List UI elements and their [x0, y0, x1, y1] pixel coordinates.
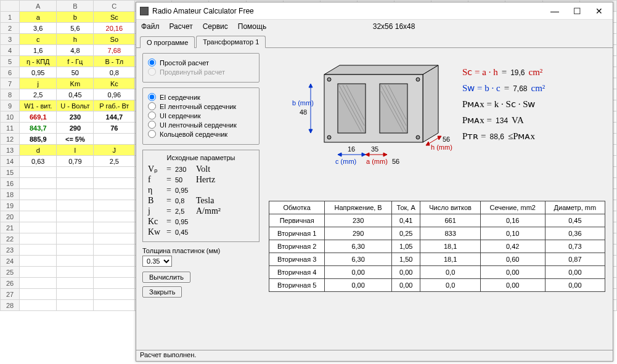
param-val[interactable]: 2,5 — [175, 208, 196, 215]
winding-value[interactable]: 0,0 — [420, 279, 480, 292]
cell[interactable]: I — [57, 145, 94, 156]
menu-calc[interactable]: Расчет — [170, 22, 193, 31]
maximize-button[interactable]: ☐ — [567, 4, 587, 18]
cell[interactable]: 230 — [57, 111, 94, 123]
cell[interactable] — [20, 233, 57, 245]
row-header[interactable]: 8 — [1, 89, 20, 100]
cell[interactable] — [57, 278, 94, 289]
cell[interactable]: d — [20, 145, 57, 156]
row-header[interactable]: 2 — [1, 23, 20, 34]
cell[interactable] — [20, 289, 57, 300]
cell[interactable]: h — [57, 34, 94, 45]
cell[interactable] — [94, 211, 135, 222]
param-val[interactable]: 50 — [175, 176, 196, 184]
winding-value[interactable]: 1,50 — [391, 253, 420, 266]
row-header[interactable]: 26 — [1, 278, 20, 289]
cell[interactable] — [94, 289, 135, 300]
winding-value[interactable]: 0,0 — [420, 266, 480, 279]
cell[interactable]: 885,9 — [20, 134, 57, 145]
cell[interactable] — [57, 211, 94, 222]
radio-ring[interactable]: Кольцевой сердечник — [148, 130, 254, 138]
cell[interactable]: f - Гц — [57, 56, 94, 67]
param-val[interactable]: 0,45 — [175, 229, 196, 236]
cell[interactable]: j — [20, 78, 57, 89]
winding-value[interactable]: 0,00 — [480, 279, 545, 292]
cell[interactable] — [20, 256, 57, 267]
cell[interactable]: 144,7 — [94, 111, 135, 123]
cell[interactable]: W1 - вит. — [20, 100, 57, 111]
cell[interactable] — [94, 245, 135, 256]
cell[interactable]: 20,16 — [94, 23, 135, 34]
winding-value[interactable]: 6,30 — [325, 240, 392, 253]
row-header[interactable]: 4 — [1, 45, 20, 56]
close-button[interactable]: ✕ — [589, 4, 609, 18]
cell[interactable] — [57, 222, 94, 233]
cell[interactable] — [94, 134, 135, 145]
cell[interactable] — [57, 178, 94, 189]
cell[interactable]: 50 — [57, 67, 94, 78]
cell[interactable]: P габ.- Вт — [94, 100, 135, 111]
cell[interactable] — [57, 167, 94, 178]
winding-value[interactable]: 0,60 — [480, 253, 545, 266]
row-header[interactable]: 16 — [1, 178, 20, 189]
tab-transformer1[interactable]: Трансформатор 1 — [196, 36, 266, 48]
menu-file[interactable]: Файл — [141, 22, 160, 31]
cell[interactable]: J — [94, 145, 135, 156]
cell[interactable]: Km — [57, 78, 94, 89]
cell[interactable]: U - Вольт — [57, 100, 94, 111]
cell[interactable] — [57, 300, 94, 311]
cell[interactable]: Kc — [94, 78, 135, 89]
cell[interactable]: 0,45 — [57, 89, 94, 100]
radio-ei-tape[interactable]: EI ленточный сердечник — [148, 102, 254, 110]
winding-value[interactable]: 0,00 — [391, 266, 420, 279]
cell[interactable] — [20, 300, 57, 311]
cell[interactable] — [20, 267, 57, 278]
winding-value[interactable]: 0,25 — [391, 227, 420, 240]
param-val[interactable]: 0,95 — [175, 187, 196, 194]
minimize-button[interactable]: — — [545, 4, 565, 18]
cell[interactable] — [57, 267, 94, 278]
radio-ui[interactable]: UI сердечник — [148, 111, 254, 119]
radio-ei[interactable]: EI сердечник — [148, 93, 254, 101]
cell[interactable] — [94, 300, 135, 311]
row-header[interactable]: 9 — [1, 100, 20, 111]
row-header[interactable]: 24 — [1, 256, 20, 267]
cell[interactable]: 3,6 — [20, 23, 57, 34]
cell[interactable]: 5,6 — [57, 23, 94, 34]
cell[interactable]: 0,95 — [20, 67, 57, 78]
cell[interactable]: Sc — [94, 12, 135, 23]
winding-value[interactable]: 0,42 — [480, 240, 545, 253]
cell[interactable] — [94, 256, 135, 267]
cell[interactable]: a — [20, 12, 57, 23]
row-header[interactable]: 23 — [1, 245, 20, 256]
col-header-B[interactable]: B — [57, 1, 94, 12]
winding-value[interactable]: 18,1 — [420, 253, 480, 266]
row-header[interactable]: 28 — [1, 300, 20, 311]
cell[interactable] — [20, 189, 57, 200]
winding-value[interactable]: 0,00 — [545, 279, 605, 292]
radio-simple[interactable]: Простой расчет — [148, 59, 254, 67]
winding-value[interactable]: 0,10 — [480, 227, 545, 240]
row-header[interactable]: 18 — [1, 189, 20, 200]
cell[interactable] — [57, 256, 94, 267]
param-val[interactable]: 0,8 — [175, 197, 196, 204]
menu-service[interactable]: Сервис — [203, 22, 228, 31]
cell[interactable] — [94, 200, 135, 211]
winding-value[interactable]: 230 — [325, 214, 392, 227]
cell[interactable] — [20, 178, 57, 189]
row-header[interactable]: 14 — [1, 156, 20, 167]
cell[interactable]: 290 — [57, 123, 94, 134]
winding-value[interactable]: 290 — [325, 227, 392, 240]
cell[interactable]: 0,8 — [94, 67, 135, 78]
cell[interactable] — [94, 233, 135, 245]
calculate-button[interactable]: Вычислить — [142, 272, 190, 283]
cell[interactable]: 0,96 — [94, 89, 135, 100]
row-header[interactable]: 11 — [1, 123, 20, 134]
cell[interactable]: <= 5% — [57, 134, 94, 145]
cell[interactable]: 76 — [94, 123, 135, 134]
cell[interactable]: η - КПД — [20, 56, 57, 67]
row-header[interactable]: 22 — [1, 233, 20, 245]
cell[interactable] — [57, 245, 94, 256]
row-header[interactable]: 27 — [1, 289, 20, 300]
row-header[interactable]: 13 — [1, 145, 20, 156]
